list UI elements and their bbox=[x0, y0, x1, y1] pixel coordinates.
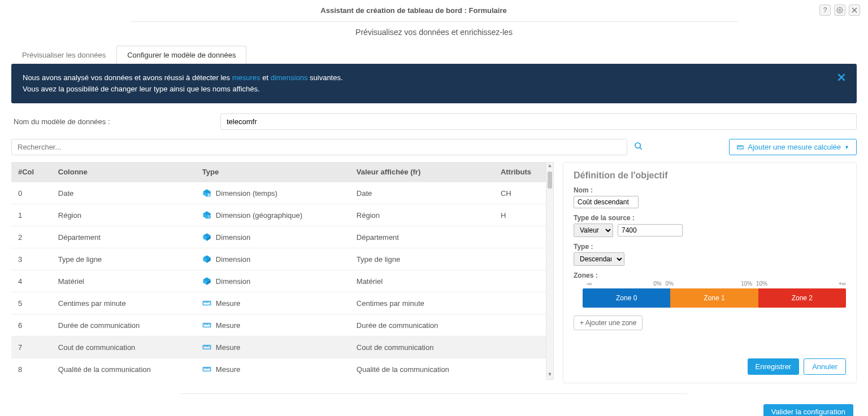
tick-neginf: -∞ bbox=[586, 281, 592, 287]
cell-attrs bbox=[494, 248, 554, 270]
cell-column: Centimes par minute bbox=[51, 292, 196, 314]
cube-icon bbox=[202, 189, 211, 198]
cell-column: Département bbox=[51, 226, 196, 248]
cell-displayed: Cout de communication bbox=[350, 336, 494, 358]
tick-10a: 10% bbox=[741, 281, 752, 287]
tab-preview[interactable]: Prévisualiser les données bbox=[11, 46, 116, 64]
cell-displayed: Qualité de la communication bbox=[350, 358, 494, 380]
scroll-thumb[interactable] bbox=[548, 172, 552, 189]
cell-type: Dimension bbox=[196, 226, 350, 248]
table-row[interactable]: 4MatérielDimensionMatériel bbox=[11, 270, 554, 292]
th-column: Colonne bbox=[51, 162, 196, 182]
cell-idx: 8 bbox=[11, 358, 51, 380]
scrollbar[interactable]: ▲ ▼ bbox=[546, 162, 554, 380]
cell-column: Durée de communication bbox=[51, 314, 196, 336]
banner-text-and: et bbox=[261, 73, 271, 82]
panel-title: Définition de l'objectif bbox=[574, 170, 846, 181]
source-value-input[interactable] bbox=[618, 224, 683, 237]
cell-idx: 0 bbox=[11, 182, 51, 204]
link-measures[interactable]: mesures bbox=[232, 73, 261, 82]
search-input[interactable] bbox=[11, 139, 627, 155]
add-measure-label: Ajouter une mesure calculée bbox=[748, 143, 841, 151]
cell-displayed: Région bbox=[350, 204, 494, 226]
tab-bar: Prévisualiser les données Configurer le … bbox=[11, 46, 857, 64]
cell-displayed: Date bbox=[350, 182, 494, 204]
add-calculated-measure-button[interactable]: Ajouter une mesure calculée ▼ bbox=[729, 139, 857, 155]
cell-attrs bbox=[494, 358, 554, 380]
cell-attrs bbox=[494, 270, 554, 292]
close-icon bbox=[837, 73, 845, 81]
columns-table: #Col Colonne Type Valeur affichée (fr) A… bbox=[11, 162, 554, 380]
table-row[interactable]: 3Type de ligneDimensionType de ligne bbox=[11, 248, 554, 270]
cell-column: Région bbox=[51, 204, 196, 226]
zone-1[interactable]: Zone 1 bbox=[670, 288, 758, 308]
page-subtitle: Prévisualisez vos données et enrichissez… bbox=[0, 28, 868, 37]
cell-attrs bbox=[494, 336, 554, 358]
cell-displayed: Durée de communication bbox=[350, 314, 494, 336]
table-row[interactable]: 6Durée de communicationMesureDurée de co… bbox=[11, 314, 554, 336]
validate-config-button[interactable]: Valider la configuration bbox=[763, 404, 853, 416]
objective-type-select[interactable]: Descendant bbox=[574, 252, 624, 266]
zones-label: Zones : bbox=[574, 272, 846, 279]
table-row[interactable]: 0DateDimension (temps)DateCH bbox=[11, 182, 554, 204]
table-row[interactable]: 2DépartementDimensionDépartement bbox=[11, 226, 554, 248]
cell-idx: 4 bbox=[11, 270, 51, 292]
zone-2[interactable]: Zone 2 bbox=[758, 288, 846, 308]
table-row[interactable]: 7Cout de communicationMesureCout de comm… bbox=[11, 336, 554, 358]
scroll-up-icon[interactable]: ▲ bbox=[546, 163, 553, 170]
search-icon[interactable] bbox=[634, 142, 643, 152]
cell-column: Type de ligne bbox=[51, 248, 196, 270]
gear-icon bbox=[836, 7, 843, 14]
th-type: Type bbox=[196, 162, 350, 182]
table-row[interactable]: 5Centimes par minuteMesureCentimes par m… bbox=[11, 292, 554, 314]
tick-posinf: +∞ bbox=[839, 281, 846, 287]
tick-0b: 0% bbox=[665, 281, 673, 287]
cube-icon bbox=[202, 277, 211, 286]
cell-displayed: Type de ligne bbox=[350, 248, 494, 270]
cell-column: Qualité de la communication bbox=[51, 358, 196, 380]
save-button[interactable]: Enregistrer bbox=[748, 358, 800, 375]
objective-panel: Définition de l'objectif Nom : Type de l… bbox=[563, 162, 857, 383]
cell-idx: 7 bbox=[11, 336, 51, 358]
cancel-button[interactable]: Annuler bbox=[804, 358, 846, 375]
name-label: Nom : bbox=[574, 186, 846, 194]
table-row[interactable]: 8Qualité de la communicationMesureQualit… bbox=[11, 358, 554, 380]
th-col: #Col bbox=[11, 162, 51, 182]
ruler-icon bbox=[202, 321, 211, 330]
source-type-select[interactable]: Valeur bbox=[574, 224, 613, 237]
cell-column: Matériel bbox=[51, 270, 196, 292]
add-zone-button[interactable]: + Ajouter une zone bbox=[574, 316, 643, 330]
svg-line-2 bbox=[640, 147, 642, 150]
scroll-down-icon[interactable]: ▼ bbox=[546, 371, 553, 379]
cell-type: Dimension bbox=[196, 248, 350, 270]
close-icon bbox=[852, 7, 857, 13]
ruler-icon bbox=[202, 343, 211, 352]
cell-type: Dimension (temps) bbox=[196, 182, 350, 204]
link-dimensions[interactable]: dimensions bbox=[271, 73, 308, 82]
close-button[interactable] bbox=[849, 5, 860, 16]
page-title: Assistant de création de tableau de bord… bbox=[8, 6, 819, 15]
zone-0[interactable]: Zone 0 bbox=[583, 288, 670, 308]
cell-displayed: Centimes par minute bbox=[350, 292, 494, 314]
cube-icon bbox=[202, 211, 211, 220]
tab-configure[interactable]: Configurer le modèle de données bbox=[116, 46, 246, 64]
cube-icon bbox=[202, 233, 211, 242]
settings-button[interactable] bbox=[834, 5, 845, 16]
source-type-label: Type de la source : bbox=[574, 214, 846, 222]
model-name-input[interactable] bbox=[220, 113, 857, 130]
svg-point-0 bbox=[839, 10, 841, 11]
banner-line1: Nous avons analysé vos données et avons … bbox=[23, 73, 343, 83]
ruler-icon bbox=[202, 365, 211, 374]
table-row[interactable]: 1RégionDimension (géographique)RégionH bbox=[11, 204, 554, 226]
cell-type: Mesure bbox=[196, 292, 350, 314]
tick-10b: 10% bbox=[756, 281, 767, 287]
type-label: Type : bbox=[574, 243, 846, 251]
cell-idx: 1 bbox=[11, 204, 51, 226]
cell-type: Mesure bbox=[196, 358, 350, 380]
help-button[interactable]: ? bbox=[819, 5, 831, 16]
cell-column: Cout de communication bbox=[51, 336, 196, 358]
banner-close[interactable] bbox=[837, 72, 845, 83]
chevron-down-icon: ▼ bbox=[844, 144, 849, 150]
objective-name-input[interactable] bbox=[574, 196, 639, 208]
cell-type: Mesure bbox=[196, 336, 350, 358]
